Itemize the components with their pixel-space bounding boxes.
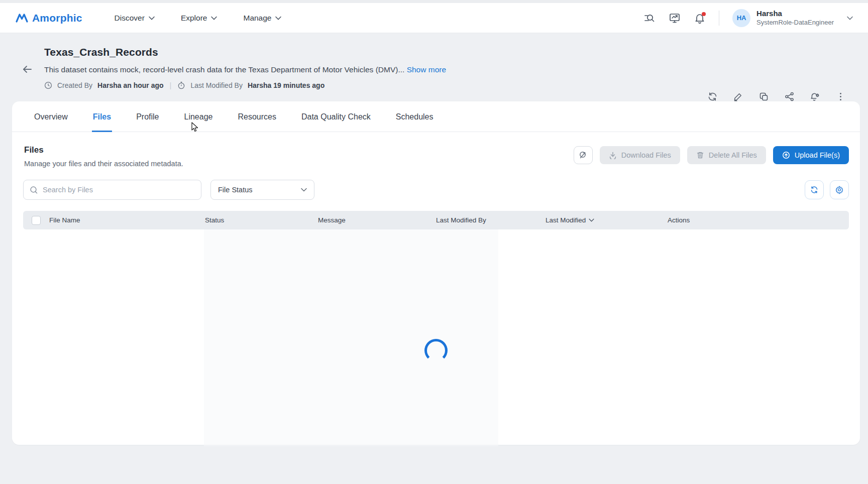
amorphic-logo-icon [15, 13, 29, 24]
table-tools [805, 180, 849, 199]
reload-icon[interactable] [707, 91, 718, 102]
search-icon [30, 186, 38, 194]
nav-menu-label: Discover [115, 14, 145, 23]
amorphic-logo[interactable]: Amorphic [15, 12, 82, 24]
table-body [23, 229, 849, 446]
tab-schedules[interactable]: Schedules [395, 101, 435, 132]
files-panel: Files Manage your files and their associ… [12, 132, 860, 446]
top-navbar: Amorphic Discover Explore Manage [0, 3, 868, 33]
kebab-menu-icon[interactable] [835, 91, 846, 102]
files-table: File Name Status Message Last Modified B… [23, 211, 849, 446]
file-search-icon [579, 151, 588, 160]
user-info: Harsha SystemRole-DataEngineer [756, 9, 834, 27]
created-by-label: Created By [57, 81, 92, 89]
back-button[interactable] [21, 63, 33, 89]
files-heading: Files Manage your files and their associ… [23, 145, 183, 168]
tab-files[interactable]: Files [92, 101, 112, 132]
column-file-name: File Name [49, 216, 205, 224]
advanced-search-icon[interactable] [643, 12, 656, 24]
files-search [23, 180, 201, 200]
nav-menu-label: Explore [181, 14, 207, 23]
file-status-select[interactable]: File Status [210, 180, 314, 200]
column-last-modified[interactable]: Last Modified [546, 216, 668, 224]
notifications-bell-icon[interactable] [694, 12, 706, 24]
share-icon[interactable] [784, 91, 795, 102]
loading-area [23, 339, 849, 362]
chevron-down-icon [847, 16, 853, 20]
nav-menu-explore[interactable]: Explore [181, 14, 218, 23]
modified-by-label: Last Modified By [190, 81, 243, 89]
toolbar-actions: Download Files Delete All Files Upload F… [574, 146, 849, 164]
download-files-button[interactable]: Download Files [600, 146, 680, 164]
user-name: Harsha [756, 9, 834, 19]
chevron-down-icon [301, 188, 307, 192]
chevron-down-icon [211, 16, 217, 20]
description-text: This dataset contains mock, record-level… [44, 65, 404, 74]
clone-copy-icon[interactable] [758, 91, 769, 102]
files-filter-row: File Status [23, 180, 849, 200]
select-all-cell [23, 216, 49, 225]
navbar-divider [719, 11, 719, 26]
section-title: Files [23, 145, 183, 155]
upload-files-button[interactable]: Upload File(s) [773, 146, 849, 164]
tab-resources[interactable]: Resources [237, 101, 277, 132]
table-settings-button[interactable] [830, 180, 849, 199]
tab-data-quality-check[interactable]: Data Quality Check [300, 101, 372, 132]
search-input[interactable] [43, 186, 195, 194]
refresh-table-button[interactable] [805, 180, 824, 199]
tab-profile[interactable]: Profile [135, 101, 160, 132]
tab-lineage[interactable]: Lineage [183, 101, 214, 132]
notification-dot [702, 12, 706, 16]
clock-icon [44, 81, 52, 89]
column-last-modified-by: Last Modified By [436, 216, 546, 224]
upload-files-label: Upload File(s) [795, 151, 840, 159]
alert-settings-icon[interactable] [810, 91, 820, 102]
dataset-actions [707, 91, 846, 102]
modified-by-value: Harsha 19 minutes ago [248, 81, 324, 89]
column-actions: Actions [668, 216, 849, 224]
column-last-modified-label: Last Modified [546, 216, 586, 224]
refresh-icon [810, 185, 819, 194]
nav-menu-manage[interactable]: Manage [243, 14, 281, 23]
chevron-down-icon [275, 16, 281, 20]
file-status-label: File Status [218, 186, 253, 194]
chevron-down-icon [149, 16, 155, 20]
created-by-value: Harsha an hour ago [97, 81, 163, 89]
select-all-checkbox[interactable] [32, 216, 41, 225]
loading-spinner [424, 339, 448, 362]
dataset-header-content: Texas_Crash_Records This dataset contain… [44, 46, 846, 89]
table-header: File Name Status Message Last Modified B… [23, 211, 849, 229]
nav-menus: Discover Explore Manage [115, 14, 282, 23]
upload-icon [782, 151, 790, 159]
download-icon [609, 151, 617, 159]
trash-icon [696, 151, 704, 159]
dataset-card: Overview Files Profile Lineage Resources… [12, 101, 860, 445]
nav-menu-label: Manage [243, 14, 271, 23]
sort-chevron-icon [589, 218, 594, 222]
gear-icon [835, 185, 844, 194]
dataset-description: This dataset contains mock, record-level… [44, 65, 846, 74]
user-menu[interactable]: HA Harsha SystemRole-DataEngineer [732, 9, 853, 27]
brand-name: Amorphic [32, 12, 82, 24]
page-title: Texas_Crash_Records [44, 46, 846, 58]
column-message: Message [318, 216, 436, 224]
delete-all-files-label: Delete All Files [709, 151, 757, 159]
delete-all-files-button[interactable]: Delete All Files [687, 146, 766, 164]
show-more-link[interactable]: Show more [407, 65, 446, 74]
navbar-right: HA Harsha SystemRole-DataEngineer [643, 9, 853, 27]
edit-pencil-icon[interactable] [733, 91, 743, 102]
dataset-meta: Created By Harsha an hour ago | Last Mod… [44, 81, 846, 89]
file-search-button[interactable] [574, 146, 593, 164]
meta-divider: | [169, 81, 173, 89]
tab-bar: Overview Files Profile Lineage Resources… [12, 101, 860, 132]
nav-menu-discover[interactable]: Discover [115, 14, 155, 23]
column-status: Status [205, 216, 318, 224]
user-role: SystemRole-DataEngineer [756, 19, 834, 27]
dashboard-chart-icon[interactable] [669, 12, 681, 24]
stopwatch-icon [177, 81, 185, 89]
tab-overview[interactable]: Overview [33, 101, 69, 132]
dataset-header: Texas_Crash_Records This dataset contain… [0, 33, 868, 97]
loading-tint [204, 229, 498, 446]
avatar: HA [732, 9, 750, 27]
download-files-label: Download Files [621, 151, 671, 159]
